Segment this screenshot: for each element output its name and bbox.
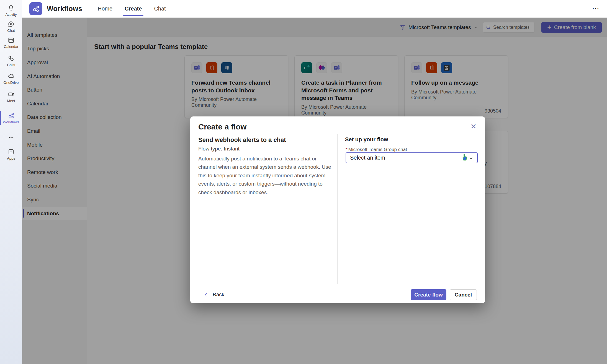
flow-template-name: Send webhook alerts to a chat [198,136,286,144]
rail-item-more[interactable] [0,129,22,147]
content-area: All templates Top picks Approval AI Auto… [22,18,607,364]
rail-item-label: OneDrive [4,80,19,85]
rail-item-label: Activity [5,12,17,17]
rail-item-chat[interactable]: Chat [0,18,22,35]
rail-item-label: Workflows [3,120,19,124]
column-divider [337,134,338,284]
workflows-app-logo [29,2,42,15]
rail-item-workflows[interactable]: Workflows [0,109,22,127]
close-icon: ✕ [470,123,477,130]
page-title: Workflows [47,5,82,13]
rail-item-label: Meet [7,99,15,103]
rail-item-activity[interactable]: Activity [0,2,22,19]
flow-type-text: Flow type: Instant [198,146,240,152]
app-rail: Activity Chat Calendar Calls OneDrive Me… [0,0,22,364]
select-value: Select an item [350,155,385,161]
bell-icon [7,4,15,12]
calendar-icon [7,37,15,44]
chat-icon [7,20,15,28]
rail-item-label: Calendar [4,45,19,49]
tab-create[interactable]: Create [125,0,142,17]
back-label: Back [213,292,224,298]
more-options-icon[interactable]: ⋯ [592,4,600,13]
app-header: Workflows Home Create Chat ⋯ [22,0,607,18]
rail-item-onedrive[interactable]: OneDrive [0,70,22,87]
rail-item-calendar[interactable]: Calendar [0,34,22,51]
rail-item-calls[interactable]: Calls [0,52,22,70]
flow-description: Automatically post a notification to a T… [198,155,332,197]
rail-item-label: Chat [7,28,15,33]
setup-heading: Set up your flow [345,136,388,143]
back-button[interactable]: Back [204,289,224,300]
required-asterisk: * [346,147,348,152]
tab-chat[interactable]: Chat [154,0,166,17]
apps-plus-icon [7,148,15,155]
rail-item-label: Apps [7,156,15,160]
cloud-icon [7,72,15,80]
group-chat-field-label: *Microsoft Teams Group chat [346,147,407,152]
close-button[interactable]: ✕ [469,121,479,131]
create-flow-dialog: Create a flow ✕ Send webhook alerts to a… [190,116,485,303]
chevron-down-icon [468,155,474,162]
header-tabs: Home Create Chat [98,0,166,17]
group-chat-select[interactable]: Select an item [346,152,478,163]
create-flow-button[interactable]: Create flow [411,289,446,300]
workflows-icon [7,112,15,119]
phone-icon [7,55,15,62]
rail-item-meet[interactable]: Meet [0,88,22,106]
rail-item-label: Calls [7,63,15,67]
dialog-title: Create a flow [198,123,246,131]
tab-home[interactable]: Home [98,0,112,17]
field-label-text: Microsoft Teams Group chat [348,147,407,152]
chevron-left-icon [204,292,209,297]
more-dots-icon [7,134,15,141]
video-camera-icon [7,91,15,98]
rail-item-apps[interactable]: Apps [0,145,22,163]
workflows-logo-icon [32,5,40,13]
footer-divider [190,284,485,284]
cancel-button[interactable]: Cancel [450,289,477,300]
pointer-cursor [461,153,468,162]
